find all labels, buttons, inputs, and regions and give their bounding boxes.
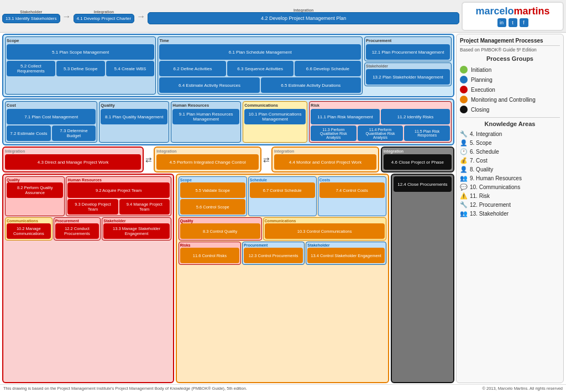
costs-monitor-p1: 7.4 Control Costs: [319, 182, 385, 198]
comms-p1: 10.1 Plan Communications Management: [244, 109, 306, 124]
legend-label-initiation: Initiation: [471, 67, 491, 73]
monitor-int-label2: Integration: [274, 149, 376, 153]
divider1: [460, 117, 560, 118]
stake-exec-p1: 13.3 Manage Stakeholder Engagement: [103, 223, 169, 239]
quality-monitor-label: Quality: [180, 219, 260, 223]
ka-icon-risk: ⚠️: [460, 192, 468, 200]
monitor-detail-section: Scope 5.5 Validate Scope 5.6 Control Sco…: [176, 174, 389, 383]
legend-label-closing: Closing: [471, 107, 489, 113]
comms-monitor: Communications 10.3 Control Communicatio…: [263, 217, 386, 241]
time-p3: 6.3 Sequence Activities: [227, 61, 294, 76]
risk-row2: 11.3 Perform Qualitative Risk Analysis 1…: [311, 126, 450, 141]
monitor-int-p1: 4.5 Perform Integrated Change Control: [156, 154, 259, 170]
ka-label-comms: 10. Communications: [470, 184, 520, 190]
quality-planning-section: Quality 8.1 Plan Quality Management: [99, 101, 169, 143]
ka-comms: 💬 10. Communications: [460, 184, 560, 191]
ka-label-schedule: 6. Schedule: [470, 149, 499, 155]
exec-arrow: ⇄: [145, 147, 152, 173]
integration-process1: 4.1 Develop Project Charter: [74, 14, 135, 23]
time-row2: 6.2 Define Activities 6.3 Sequence Activ…: [159, 61, 361, 76]
ka-label-integration: 4. Integration: [470, 131, 502, 137]
proc-monitor-label: Procurement: [244, 243, 303, 247]
hr-exec: Human Resources 9.2 Acquire Project Team…: [66, 176, 171, 216]
ka-icon-schedule: 🕐: [460, 148, 468, 155]
scope-label: Scope: [7, 38, 154, 43]
exec-detail-row: Quality 8.2 Perform Quality Assurance Hu…: [2, 174, 454, 383]
logo-brand2: martins: [514, 6, 550, 17]
costs-monitor-label: Costs: [319, 178, 385, 182]
stakeholder-planning-section: Stakeholder 13.2 Plan Stakeholder Manage…: [364, 62, 452, 86]
hr-exec-label: Human Resources: [67, 178, 169, 182]
cost-label: Cost: [7, 103, 96, 108]
schedule-monitor-label: Schedule: [250, 178, 315, 182]
monitor-control: Integration 4.4 Monitor and Control Proj…: [271, 147, 379, 173]
facebook-icon[interactable]: f: [520, 18, 528, 27]
risks-monitor: Risks 11.6 Control Risks: [179, 242, 241, 265]
legend-label-planning: Planning: [471, 77, 492, 83]
legend-monitoring: Monitoring and Controlling: [460, 96, 560, 103]
planning-row2-flex: Cost 7.1 Plan Cost Management 7.2 Estima…: [5, 101, 452, 143]
scope-p4: 5.4 Create WBS: [106, 61, 155, 76]
hr-exec-p1: 9.2 Acquire Project Team: [67, 182, 169, 198]
time-row3: 6.4 Estimate Activity Resources 6.5 Esti…: [159, 77, 361, 93]
legend-circle-monitoring: [460, 96, 468, 103]
quality-exec-p1: 8.2 Perform Quality Assurance: [7, 182, 63, 198]
twitter-icon[interactable]: t: [509, 18, 517, 27]
scope-p3: 5.3 Define Scope: [56, 61, 105, 76]
ka-label-scope: 5. Scope: [470, 140, 491, 146]
quality-label: Quality: [101, 103, 167, 108]
ka-label-stakeholder: 13. Stakeholder: [470, 211, 509, 217]
exec-int-p1: 4.3 Direct and Manage Project Work: [5, 154, 141, 170]
scope-monitor-p2: 5.6 Control Scope: [180, 199, 245, 215]
legend-label-execution: Execution: [471, 87, 495, 93]
hr-exec-p3: 9.4 Manage Project Team: [119, 199, 170, 215]
monitor-int-label: Integration: [156, 149, 259, 153]
ka-label-hr: 9. Human Resources: [470, 175, 522, 181]
ka-icon-procurement: 🔧: [460, 201, 468, 208]
stake-monitor: Stakeholder 13.4 Control Stakeholder Eng…: [306, 242, 386, 265]
stake-monitor-label: Stakeholder: [307, 243, 384, 247]
legend-planning: Planning: [460, 76, 560, 83]
scope-p2: 5.2 Collect Requirements: [7, 61, 55, 76]
exec-row1: Quality 8.2 Perform Quality Assurance Hu…: [5, 176, 171, 216]
time-p1: 6.1 Plan Schedule Management: [159, 44, 361, 60]
ka-scope: 👤 5. Scope: [460, 139, 560, 147]
cost-p1: 7.1 Plan Cost Management: [7, 109, 96, 124]
cost-row2: 7.2 Estimate Costs 7.3 Determine Budget: [7, 126, 96, 141]
main-container: Stakeholder 13.1 Identify Stakeholders →…: [0, 0, 566, 392]
close-int-label: Integration: [384, 149, 452, 153]
quality-monitor-p1: 8.3 Control Quality: [180, 223, 260, 239]
ka-icon-stakeholder: 👥: [460, 210, 468, 217]
stake-exec: Stakeholder 13.3 Manage Stakeholder Enga…: [102, 217, 171, 241]
planning-row-2: Cost 7.1 Plan Cost Management 7.2 Estima…: [2, 98, 454, 145]
scope-monitor-p1: 5.5 Validate Scope: [180, 182, 245, 198]
stake-monitor-p1: 13.4 Control Stakeholder Engagement: [307, 248, 384, 263]
hr-planning-section: Human Resources 9.1 Plan Human Resources…: [171, 101, 241, 143]
close-detail-p2: 12.4 Close Procurements: [394, 176, 452, 192]
linkedin-icon[interactable]: in: [497, 18, 506, 27]
monitor-integration: Integration 4.5 Perform Integrated Chang…: [154, 147, 261, 173]
exec-integration: Integration 4.3 Direct and Manage Projec…: [2, 147, 144, 173]
monitor-int-p2: 4.4 Monitor and Control Project Work: [274, 154, 376, 170]
close-integration: Integration 4.6 Close Project or Phase: [381, 147, 454, 173]
close-p1: 4.6 Close Project or Phase: [384, 154, 452, 170]
close-detail-section: 12.4 Close Procurements: [391, 174, 454, 383]
proc-monitor-p1: 12.3 Control Procurements: [244, 248, 303, 263]
comms-exec: Communications 10.2 Manage Communication…: [5, 217, 53, 241]
time-label: Time: [159, 38, 361, 43]
footer-right: © 2013, Marcelo Martins. All rights rese…: [482, 386, 563, 391]
ka-cost: 💰 7. Cost: [460, 157, 560, 164]
stakeholder-p1: 13.2 Plan Stakeholder Management: [366, 69, 450, 85]
cost-section: Cost 7.1 Plan Cost Management 7.2 Estima…: [5, 101, 97, 143]
hr-exec-p2: 9.3 Develop Project Team: [67, 199, 118, 215]
ka-icon-integration: 🔧: [460, 130, 468, 138]
ka-icon-cost: 💰: [460, 157, 468, 164]
footer: This drawing is based on the Project Man…: [0, 384, 566, 392]
time-p5: 6.4 Estimate Activity Resources: [159, 77, 259, 93]
time-p4: 6.6 Develop Schedule: [295, 61, 361, 76]
ka-icon-quality: 👤: [460, 166, 468, 173]
ka-integration: 🔧 4. Integration: [460, 130, 560, 138]
quality-p1: 8.1 Plan Quality Management: [101, 109, 167, 124]
ka-icon-comms: 💬: [460, 184, 468, 191]
arrow-right1: →: [62, 12, 71, 22]
